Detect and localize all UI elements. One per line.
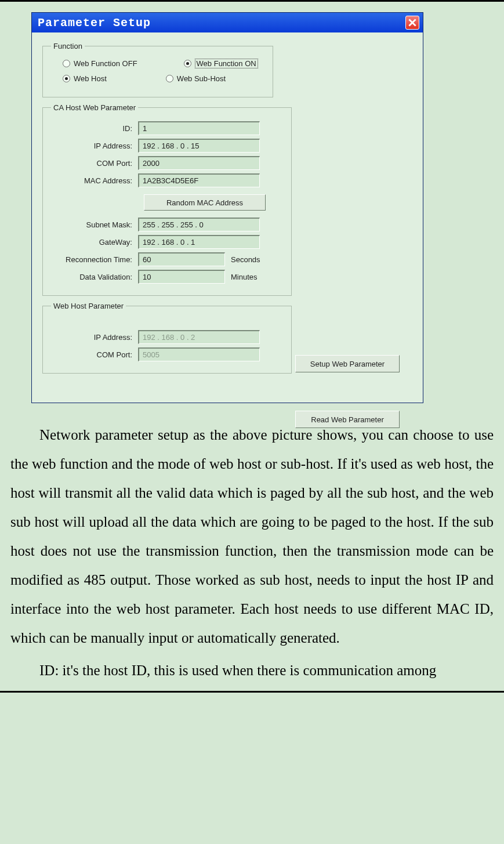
- random-mac-button[interactable]: Random MAC Address: [144, 194, 266, 211]
- function-group: Function Web Function OFF Web Function O…: [42, 42, 273, 97]
- ip-field[interactable]: 192 . 168 . 0 . 15: [138, 139, 260, 153]
- document-page: Parameter Setup Function Web Function OF…: [0, 0, 504, 693]
- host-com-field[interactable]: 5005: [138, 347, 260, 361]
- host-ip-label: IP Address:: [51, 333, 138, 342]
- body-text: Network parameter setup as the above pic…: [10, 421, 494, 685]
- dataval-field[interactable]: 10: [138, 270, 225, 284]
- web-host-group: Web Host Parameter IP Address: 192 . 168…: [42, 302, 292, 374]
- radio-icon: [184, 60, 191, 67]
- window-title: Parameter Setup: [38, 16, 151, 30]
- ca-legend: CA Host Web Parameter: [51, 103, 138, 112]
- function-legend: Function: [51, 42, 85, 50]
- dialog-body: Function Web Function OFF Web Function O…: [32, 32, 423, 403]
- close-icon: [408, 19, 416, 27]
- radio-icon: [166, 75, 173, 82]
- subnet-field[interactable]: 255 . 255 . 255 . 0: [138, 218, 260, 231]
- subnet-label: Subnet Mask:: [51, 220, 138, 229]
- titlebar: Parameter Setup: [32, 13, 423, 32]
- radio-icon: [63, 60, 70, 67]
- radio-label: Web Function ON: [195, 59, 258, 68]
- reconnect-label: Reconnection Time:: [51, 255, 138, 264]
- parameter-setup-dialog: Parameter Setup Function Web Function OF…: [31, 12, 423, 403]
- reconnect-field[interactable]: 60: [138, 252, 225, 266]
- com-port-field[interactable]: 2000: [138, 156, 260, 170]
- host-ip-field[interactable]: 192 . 168 . 0 . 2: [138, 330, 260, 344]
- ip-label: IP Address:: [51, 142, 138, 150]
- read-web-parameter-button[interactable]: Read Web Parameter: [295, 411, 400, 428]
- reconnect-unit: Seconds: [231, 255, 260, 264]
- radio-label: Web Function OFF: [74, 59, 137, 68]
- radio-label: Web Host: [74, 74, 107, 83]
- mac-label: MAC Address:: [51, 176, 138, 185]
- ca-host-group: CA Host Web Parameter ID: 1 IP Address: …: [42, 103, 292, 296]
- paragraph-1: Network parameter setup as the above pic…: [10, 421, 494, 653]
- mac-field[interactable]: 1A2B3C4D5E6F: [138, 173, 260, 187]
- radio-web-sub-host[interactable]: Web Sub-Host: [166, 74, 226, 83]
- setup-web-parameter-button[interactable]: Setup Web Parameter: [295, 355, 400, 372]
- host-com-label: COM Port:: [51, 350, 138, 359]
- radio-web-host[interactable]: Web Host: [63, 74, 107, 83]
- radio-web-function-on[interactable]: Web Function ON: [184, 59, 258, 68]
- dataval-unit: Minutes: [231, 273, 258, 281]
- radio-web-function-off[interactable]: Web Function OFF: [63, 59, 137, 68]
- radio-label: Web Sub-Host: [177, 74, 226, 83]
- gateway-field[interactable]: 192 . 168 . 0 . 1: [138, 235, 260, 249]
- id-field[interactable]: 1: [138, 121, 260, 135]
- radio-icon: [63, 75, 70, 82]
- id-label: ID:: [51, 124, 138, 133]
- paragraph-2: ID: it's the host ID, this is used when …: [10, 656, 494, 685]
- close-button[interactable]: [405, 16, 419, 30]
- gateway-label: GateWay:: [51, 238, 138, 247]
- host-legend: Web Host Parameter: [51, 302, 126, 310]
- dataval-label: Data Validation:: [51, 273, 138, 281]
- com-port-label: COM Port:: [51, 159, 138, 168]
